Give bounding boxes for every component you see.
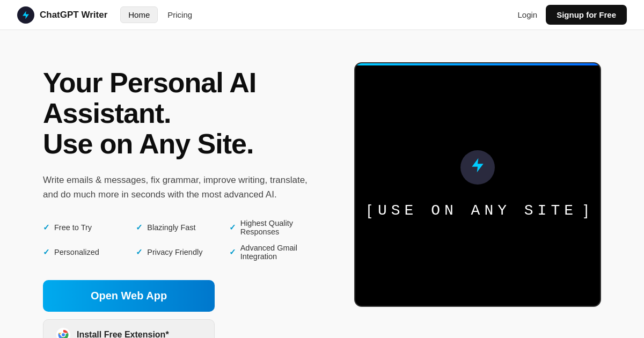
navbar-left: ChatGPT Writer Home Pricing: [17, 6, 200, 24]
feature-label-3: Highest Quality Responses: [240, 219, 322, 236]
chrome-icon: [56, 328, 70, 338]
main-content: Your Personal AI Assistant. Use on Any S…: [0, 30, 644, 338]
bracket-left-icon: [: [367, 202, 371, 219]
logo-area[interactable]: ChatGPT Writer: [17, 6, 107, 24]
feature-label-1: Free to Try: [54, 223, 92, 232]
open-web-app-button[interactable]: Open Web App: [43, 280, 215, 312]
features-grid: ✓ Free to Try ✓ Blazingly Fast ✓ Highest…: [43, 219, 322, 261]
demo-tagline: USE ON ANY SITE: [378, 202, 577, 219]
check-icon-3: ✓: [229, 223, 236, 232]
check-icon-5: ✓: [136, 247, 143, 257]
hero-subtitle: Write emails & messages, fix grammar, im…: [43, 173, 322, 202]
svg-marker-0: [23, 11, 29, 19]
hero-title-line1: Your Personal AI Assistant.: [43, 67, 256, 129]
demo-logo: [460, 150, 495, 185]
left-section: Your Personal AI Assistant. Use on Any S…: [43, 62, 322, 338]
check-icon-4: ✓: [43, 247, 50, 257]
hero-title: Your Personal AI Assistant. Use on Any S…: [43, 68, 322, 160]
demo-top-bar: [355, 63, 600, 65]
bracket-right-icon: ]: [584, 202, 588, 219]
feature-label-4: Personalized: [54, 248, 99, 256]
navbar: ChatGPT Writer Home Pricing Login Signup…: [0, 0, 644, 30]
install-ext-label: Install Free Extension*: [77, 330, 169, 338]
hero-title-line2: Use on Any Site.: [43, 128, 253, 159]
feature-gmail-integration: ✓ Advanced Gmail Integration: [229, 244, 322, 261]
feature-highest-quality: ✓ Highest Quality Responses: [229, 219, 322, 236]
signup-button[interactable]: Signup for Free: [546, 5, 627, 25]
app-logo-icon: [17, 6, 34, 24]
feature-personalized: ✓ Personalized: [43, 244, 136, 261]
navbar-right: Login Signup for Free: [517, 5, 627, 25]
demo-lightning-icon: [469, 157, 486, 178]
demo-content: [ USE ON ANY SITE ]: [367, 150, 588, 219]
feature-label-5: Privacy Friendly: [147, 248, 202, 256]
nav-links: Home Pricing: [120, 6, 200, 23]
check-icon-1: ✓: [43, 223, 50, 232]
check-icon-2: ✓: [136, 223, 143, 232]
feature-privacy-friendly: ✓ Privacy Friendly: [136, 244, 229, 261]
check-icon-6: ✓: [229, 247, 236, 257]
app-logo-text: ChatGPT Writer: [40, 10, 107, 20]
buttons-row: Open Web App Install Free Extension*: [43, 280, 215, 338]
nav-home-link[interactable]: Home: [120, 6, 158, 23]
login-button[interactable]: Login: [517, 10, 537, 19]
nav-pricing-link[interactable]: Pricing: [160, 7, 200, 23]
feature-label-2: Blazingly Fast: [147, 223, 195, 232]
demo-tagline-container: [ USE ON ANY SITE ]: [367, 202, 588, 219]
install-extension-button[interactable]: Install Free Extension*: [43, 319, 215, 338]
feature-free-to-try: ✓ Free to Try: [43, 219, 136, 236]
feature-label-6: Advanced Gmail Integration: [240, 244, 322, 261]
feature-blazingly-fast: ✓ Blazingly Fast: [136, 219, 229, 236]
svg-point-3: [62, 333, 65, 336]
demo-panel: [ USE ON ANY SITE ]: [354, 62, 601, 307]
svg-marker-4: [472, 158, 483, 173]
